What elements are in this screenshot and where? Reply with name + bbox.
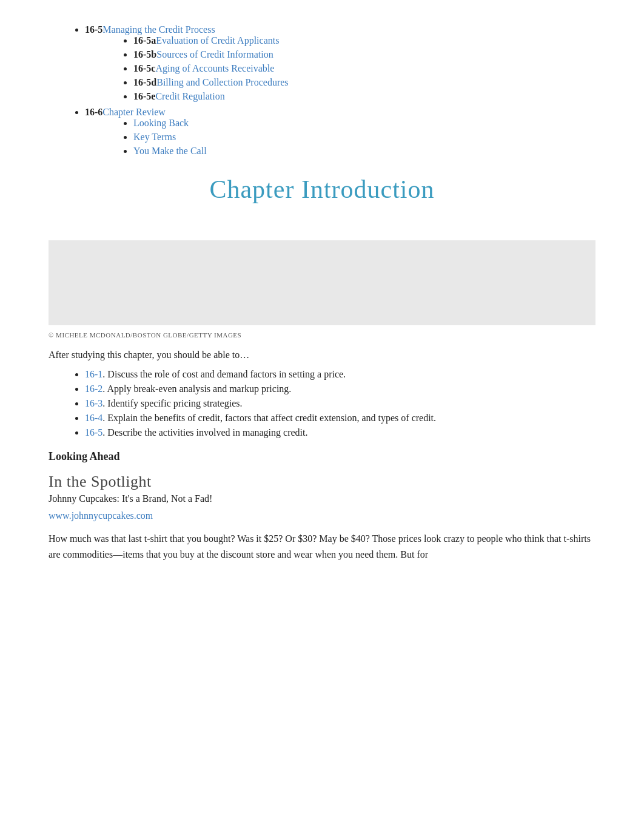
toc-list: 16-5Managing the Credit Process 16-5aEva… — [49, 24, 595, 157]
toc-item-key-terms-link[interactable]: Key Terms — [133, 132, 176, 142]
toc-item-16-5[interactable]: 16-5Managing the Credit Process 16-5aEva… — [85, 24, 595, 102]
toc-item-16-5d-link[interactable]: Billing and Collection Procedures — [156, 77, 288, 87]
after-studying-text: After studying this chapter, you should … — [49, 350, 595, 360]
toc-item-16-5c-bold: 16-5c — [133, 63, 155, 73]
toc-item-16-5a-bold: 16-5a — [133, 35, 156, 46]
toc-item-looking-back[interactable]: Looking Back — [133, 118, 595, 129]
spotlight-link[interactable]: www.johnnycupcakes.com — [49, 510, 595, 521]
looking-ahead-label: Looking Ahead — [49, 450, 595, 463]
objective-1-num[interactable]: 16-1 — [85, 369, 102, 379]
objective-4-num[interactable]: 16-4 — [85, 413, 102, 423]
toc-item-16-5d-bold: 16-5d — [133, 77, 156, 87]
toc-item-you-make-call[interactable]: You Make the Call — [133, 146, 595, 157]
toc-subitems-16-5: 16-5aEvaluation of Credit Applicants 16-… — [85, 35, 595, 102]
objective-1: 16-1. Discuss the role of cost and deman… — [85, 369, 595, 380]
objective-2-text: . Apply break-even analysis and markup p… — [102, 384, 291, 394]
toc-item-16-5b-bold: 16-5b — [133, 49, 156, 59]
toc-item-16-5-link[interactable]: Managing the Credit Process — [102, 24, 215, 35]
objective-3-num[interactable]: 16-3 — [85, 398, 102, 408]
objective-2-num[interactable]: 16-2 — [85, 384, 102, 394]
toc-item-16-5b[interactable]: 16-5bSources of Credit Information — [133, 49, 595, 60]
toc-item-16-5d[interactable]: 16-5dBilling and Collection Procedures — [133, 77, 595, 88]
toc-subitems-16-6: Looking Back Key Terms You Make the Call — [85, 118, 595, 157]
body-text: How much was that last t-shirt that you … — [49, 531, 595, 562]
objective-4-text: . Explain the benefits of credit, factor… — [102, 413, 436, 423]
objective-1-text: . Discuss the role of cost and demand fa… — [102, 369, 346, 379]
chapter-intro-heading: Chapter Introduction — [49, 175, 595, 204]
objectives-list: 16-1. Discuss the role of cost and deman… — [49, 369, 595, 438]
objective-3-text: . Identify specific pricing strategies. — [102, 398, 242, 408]
toc-item-16-6-bold: 16-6 — [85, 107, 102, 117]
spotlight-heading: In the Spotlight — [49, 473, 595, 491]
objective-2: 16-2. Apply break-even analysis and mark… — [85, 384, 595, 394]
objective-5-text: . Describe the activities involved in ma… — [102, 427, 307, 438]
toc-item-key-terms[interactable]: Key Terms — [133, 132, 595, 143]
toc-item-16-6-link[interactable]: Chapter Review — [102, 107, 166, 117]
objective-3: 16-3. Identify specific pricing strategi… — [85, 398, 595, 409]
toc-item-16-5b-link[interactable]: Sources of Credit Information — [156, 49, 273, 59]
toc-item-looking-back-link[interactable]: Looking Back — [133, 118, 189, 128]
objective-4: 16-4. Explain the benefits of credit, fa… — [85, 413, 595, 424]
toc-item-16-5e-link[interactable]: Credit Regulation — [155, 91, 224, 101]
toc-item-16-5a[interactable]: 16-5aEvaluation of Credit Applicants — [133, 35, 595, 46]
copyright-line: © MICHELE MCDONALD/BOSTON GLOBE/GETTY IM… — [49, 331, 595, 339]
objective-5: 16-5. Describe the activities involved i… — [85, 427, 595, 438]
chapter-image — [49, 240, 595, 325]
toc-item-16-5-bold: 16-5 — [85, 24, 102, 35]
toc-item-you-make-call-link[interactable]: You Make the Call — [133, 146, 207, 156]
objective-5-num[interactable]: 16-5 — [85, 427, 102, 438]
toc-item-16-5c-link[interactable]: Aging of Accounts Receivable — [155, 63, 274, 73]
toc-item-16-5e[interactable]: 16-5eCredit Regulation — [133, 91, 595, 102]
toc-item-16-5c[interactable]: 16-5cAging of Accounts Receivable — [133, 63, 595, 74]
toc-item-16-5e-bold: 16-5e — [133, 91, 155, 101]
toc-item-16-5a-link[interactable]: Evaluation of Credit Applicants — [156, 35, 279, 46]
toc-item-16-6[interactable]: 16-6Chapter Review Looking Back Key Term… — [85, 107, 595, 157]
spotlight-subtitle: Johnny Cupcakes: It's a Brand, Not a Fad… — [49, 493, 595, 504]
